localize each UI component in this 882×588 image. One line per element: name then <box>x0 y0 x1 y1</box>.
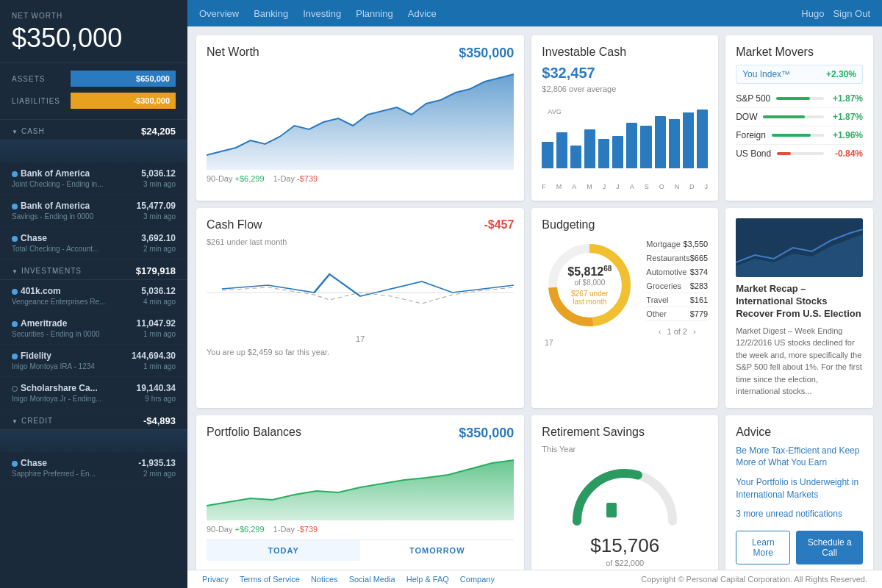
investable-bar-label: M <box>587 183 592 190</box>
credit-expand-icon <box>12 417 18 425</box>
cash-expand-icon <box>12 127 18 135</box>
topnav-advice[interactable]: Advice <box>408 5 437 22</box>
dot-icon <box>12 461 18 467</box>
topnav-investing[interactable]: Investing <box>303 5 341 22</box>
footer-privacy[interactable]: Privacy <box>202 575 229 584</box>
investable-bar-label: J <box>603 183 606 190</box>
investable-bar-N <box>669 119 680 168</box>
portfolio-card: Portfolio Balances $350,000 90-Day +$6 <box>196 415 524 570</box>
footer-social[interactable]: Social Media <box>349 575 395 584</box>
recap-image <box>736 218 863 277</box>
account-time: 2 min ago <box>143 470 176 478</box>
market-change: -0.84% <box>830 148 863 159</box>
cashflow-chart <box>207 252 514 333</box>
page-footer: Privacy Terms of Service Notices Social … <box>187 570 882 588</box>
budget-next-icon[interactable] <box>693 327 696 336</box>
budget-label: Other <box>646 309 667 318</box>
budget-prev-icon[interactable] <box>659 327 662 336</box>
donut-amount: $5,81268 <box>567 265 612 279</box>
investable-title: Investable Cash <box>542 46 626 59</box>
budget-pagination: 1 of 2 <box>646 327 708 336</box>
main-content: Overview Banking Investing Planning Advi… <box>187 0 882 588</box>
account-name: Scholarshare Ca... <box>12 383 98 393</box>
footer-terms[interactable]: Terms of Service <box>240 575 300 584</box>
budget-items: Mortgage $3,550 Restaurants $665 Automot… <box>646 237 708 336</box>
budget-xaxis: 17 <box>542 339 708 347</box>
networth-card-header: Net Worth $350,000 <box>207 46 514 61</box>
budget-row-groceries: Groceries $283 <box>646 279 708 293</box>
account-sub: Savings - Ending in 0000 <box>12 212 93 220</box>
account-value: 5,036.12 <box>141 168 176 179</box>
account-name: Ameritrade <box>12 318 67 329</box>
budget-title: Budgeting <box>542 218 595 232</box>
budget-row-travel: Travel $161 <box>646 293 708 307</box>
advice-link-1[interactable]: Be More Tax-Efficient and Keep More of W… <box>736 445 863 470</box>
advice-link-2[interactable]: Your Portfolio is Underweight in Interna… <box>736 476 863 501</box>
assets-bar-row[interactable]: ASSETS $650,000 <box>12 69 176 88</box>
toggle-tomorrow[interactable]: TOMORROW <box>360 540 514 561</box>
dot-icon <box>12 171 18 177</box>
retirement-of: of $22,000 <box>542 559 708 567</box>
footer-copyright: Copyright © Personal Capital Corporation… <box>641 575 867 584</box>
account-chase-checking[interactable]: Chase 3,692.10 Total Checking - Account.… <box>0 227 187 259</box>
recap-title: Market Recap – International Stocks Reco… <box>736 283 863 320</box>
learn-more-button[interactable]: Learn More <box>736 531 790 564</box>
market-usbond: US Bond -0.84% <box>736 145 863 162</box>
credit-section-header[interactable]: CREDIT -$4,893 <box>0 409 187 430</box>
topnav-right: Hugo Sign Out <box>801 8 870 19</box>
account-boa-checking[interactable]: Bank of America 5,036.12 Joint Checking … <box>0 162 187 195</box>
schedule-call-button[interactable]: Schedule a Call <box>796 531 863 564</box>
toggle-today[interactable]: TODAY <box>207 540 360 561</box>
market-bar-fill <box>776 97 809 100</box>
account-scholarshare[interactable]: Scholarshare Ca... 19,140.34 Inigo Monto… <box>0 377 187 409</box>
cashflow-footer: You are up $2,459 so far this year. <box>207 348 514 356</box>
market-card-header: Market Movers <box>736 46 863 59</box>
investable-bar-labels: FMAMJJASONDJ <box>542 183 708 190</box>
account-ameritrade[interactable]: Ameritrade 11,047.92 Securities - Ending… <box>0 312 187 345</box>
footer-help[interactable]: Help & FAQ <box>406 575 449 584</box>
investable-amount: $32,457 <box>542 65 708 82</box>
account-fidelity[interactable]: Fidelity 144,694.30 Inigo Montoya IRA - … <box>0 345 187 377</box>
assets-liabilities-bars: ASSETS $650,000 LIABILITIES -$300,000 <box>0 63 187 120</box>
investable-bar-S <box>640 126 651 168</box>
investable-bar-F <box>542 142 553 168</box>
topnav-overview[interactable]: Overview <box>199 5 239 22</box>
recap-chart-svg <box>736 218 863 277</box>
liabilities-bar-row[interactable]: LIABILITIES -$300,000 <box>12 91 176 110</box>
account-value: 19,140.34 <box>137 383 176 393</box>
topnav-signout[interactable]: Sign Out <box>833 8 870 19</box>
advice-buttons: Learn More Schedule a Call <box>736 531 863 564</box>
account-time: 9 hrs ago <box>145 395 176 403</box>
market-change: +1.87% <box>830 93 863 104</box>
account-sub: Total Checking - Account... <box>12 245 98 253</box>
account-name: Bank of America <box>12 168 90 179</box>
dot-icon <box>12 204 18 209</box>
budget-content: $5,81268 of $8,000 $267 underlast month … <box>542 237 708 336</box>
market-dow: DOW +1.87% <box>736 108 863 126</box>
cash-section-header[interactable]: CASH $24,205 <box>0 120 187 140</box>
budget-row-automotive: Automotive $374 <box>646 265 708 279</box>
investments-total: $179,918 <box>136 265 176 276</box>
advice-more-notifications[interactable]: 3 more unread notifications <box>736 509 863 519</box>
account-sub: Inigo Montoya Jr - Ending... <box>12 395 101 403</box>
cashflow-sub: $261 under last month <box>207 237 514 246</box>
investments-section-header[interactable]: INVESTMENTS $179,918 <box>0 259 187 280</box>
topnav-banking[interactable]: Banking <box>254 5 288 22</box>
topnav-user[interactable]: Hugo <box>801 8 824 19</box>
account-401k[interactable]: 401k.com 5,036.12 Vengeance Enterprises … <box>0 280 187 312</box>
budget-donut: $5,81268 of $8,000 $267 underlast month <box>542 237 637 333</box>
market-name: US Bond <box>736 148 771 159</box>
footer-notices[interactable]: Notices <box>311 575 338 584</box>
investable-bar-O <box>655 116 666 168</box>
liabilities-label: LIABILITIES <box>12 97 71 105</box>
account-chase-credit[interactable]: Chase -1,935.13 Sapphire Preferred - En.… <box>0 452 187 484</box>
topnav-planning[interactable]: Planning <box>356 5 393 22</box>
cashflow-card-header: Cash Flow -$457 <box>207 218 514 232</box>
assets-label: ASSETS <box>12 75 71 83</box>
account-value: 15,477.09 <box>137 201 176 211</box>
donut-of: of $8,000 <box>567 279 612 287</box>
footer-company[interactable]: Company <box>460 575 495 584</box>
you-index-row[interactable]: You Index™ +2.30% <box>736 65 863 84</box>
account-boa-savings[interactable]: Bank of America 15,477.09 Savings - Endi… <box>0 195 187 227</box>
account-time: 2 min ago <box>143 245 176 253</box>
